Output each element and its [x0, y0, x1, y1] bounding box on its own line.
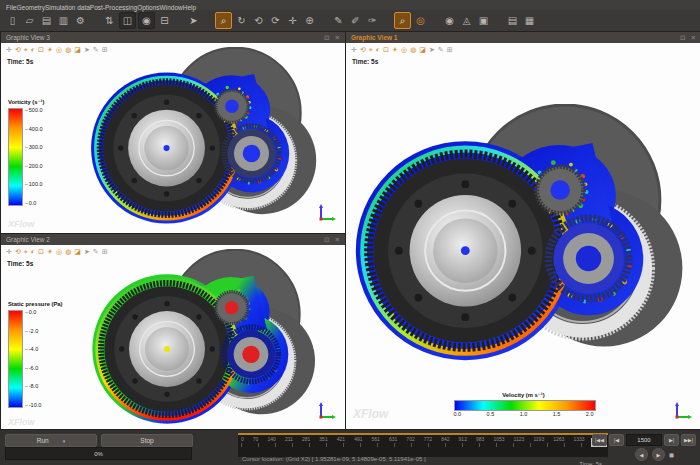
lighting-icon[interactable]: ☀	[47, 46, 53, 54]
last-frame-button[interactable]: ▶▶|	[681, 434, 696, 446]
prev-frame-button[interactable]: |◀	[609, 434, 624, 446]
open-project-icon[interactable]: ▱	[22, 13, 37, 28]
pan-view-icon[interactable]: ✛	[285, 13, 300, 28]
axes-toggle-icon[interactable]: ✛	[6, 46, 12, 54]
menu-item[interactable]: Geometry	[16, 4, 45, 11]
viewport-3d[interactable]: ✛⟲⌖◐⊡☀◎◍◪➤✎⊞ Time: 5s Static pressure (P…	[1, 245, 345, 431]
bounding-box-icon[interactable]: ⊡	[383, 46, 389, 54]
cursor-tool-icon[interactable]: ➤	[84, 46, 90, 54]
stop-playback-button[interactable]: ◼	[669, 451, 674, 458]
snapshot-icon[interactable]: ◬	[459, 13, 474, 28]
field-display-icon[interactable]: ◎	[56, 248, 62, 256]
menu-item[interactable]: Window	[160, 4, 183, 11]
shading-icon[interactable]: ◐	[31, 248, 35, 256]
select-cursor-icon[interactable]: ➤	[186, 13, 201, 28]
axis-triad-icon	[671, 401, 693, 423]
next-frame-button[interactable]: ▶|	[664, 434, 679, 446]
layout-single-icon[interactable]: ▤	[505, 13, 520, 28]
grid-toggle-icon[interactable]: ⊞	[447, 46, 453, 54]
orbit-tool-icon[interactable]: ⟲	[15, 248, 21, 256]
cursor-tool-icon[interactable]: ➤	[84, 248, 90, 256]
lighting-icon[interactable]: ☀	[47, 248, 53, 256]
panel-titlebar[interactable]: Graphic View 3 ⊡ ✕	[1, 32, 345, 43]
project-settings-icon[interactable]: ⚙	[73, 13, 88, 28]
shading-icon[interactable]: ◐	[31, 46, 35, 54]
measure-icon[interactable]: ✎	[331, 13, 346, 28]
new-project-icon[interactable]: ▯	[5, 13, 20, 28]
first-frame-button[interactable]: |◀◀	[592, 434, 607, 446]
orbit-tool-icon[interactable]: ⟲	[360, 46, 366, 54]
rotate-entity-icon[interactable]: ◉	[138, 12, 155, 29]
perspective-icon[interactable]: ⌖	[24, 46, 28, 54]
run-label: Run	[37, 437, 49, 444]
rotate-x-icon[interactable]: ⟲	[251, 13, 266, 28]
legend-title: Static pressure (Pa)	[8, 301, 62, 307]
menu-item[interactable]: Options	[137, 4, 159, 11]
legend-tick: 0.0	[25, 310, 41, 316]
shading-icon[interactable]: ◐	[376, 46, 380, 54]
perspective-icon[interactable]: ⌖	[369, 46, 373, 54]
probe-icon[interactable]: ✑	[365, 13, 380, 28]
pencil-tool-icon[interactable]: ✎	[438, 46, 444, 54]
close-icon[interactable]: ✕	[691, 34, 696, 42]
save-project-icon[interactable]: ▤	[39, 13, 54, 28]
step-forward-button[interactable]: ▶	[652, 448, 665, 461]
pencil-tool-icon[interactable]: ✎	[93, 46, 99, 54]
run-button[interactable]: Run ▾	[5, 434, 97, 447]
frame-number-field[interactable]: 1500	[626, 434, 662, 446]
close-icon[interactable]: ✕	[335, 34, 340, 42]
panel-titlebar[interactable]: Graphic View 1 ⊡ ✕	[346, 32, 700, 43]
close-icon[interactable]: ✕	[335, 236, 340, 244]
move-entity-icon[interactable]: ◫	[119, 12, 136, 29]
pencil-tool-icon[interactable]: ✎	[93, 248, 99, 256]
entities-icon[interactable]: ⇅	[102, 13, 117, 28]
axes-toggle-icon[interactable]: ✛	[6, 248, 12, 256]
cutplane-icon[interactable]: ◪	[74, 46, 81, 54]
menu-item[interactable]: Post-Processing	[90, 4, 137, 11]
viewport-3d[interactable]: ✛⟲⌖◐⊡☀◎◍◪➤✎⊞ Time: 5s Velocity (m s⁻¹) 0…	[346, 43, 700, 431]
bounding-box-icon[interactable]: ⊡	[38, 248, 44, 256]
field-display-icon[interactable]: ◎	[56, 46, 62, 54]
isosurface-icon[interactable]: ◍	[65, 46, 71, 54]
cutplane-icon[interactable]: ◪	[74, 248, 81, 256]
grid-toggle-icon[interactable]: ⊞	[102, 46, 108, 54]
perspective-icon[interactable]: ⌖	[24, 248, 28, 256]
movie-export-icon[interactable]: ▣	[476, 13, 491, 28]
bounding-box-icon[interactable]: ⊡	[38, 46, 44, 54]
orbit-tool-icon[interactable]: ⟲	[15, 46, 21, 54]
stop-button[interactable]: Stop	[101, 434, 193, 447]
isosurface-icon[interactable]: ◍	[410, 46, 416, 54]
annotate-icon[interactable]: ✐	[348, 13, 363, 28]
fit-view-icon[interactable]: ⊕	[302, 13, 317, 28]
orbit-view-icon[interactable]: ⌕	[215, 12, 232, 29]
lighting-icon[interactable]: ☀	[392, 46, 398, 54]
isosurface-icon[interactable]: ◍	[65, 248, 71, 256]
colorbar-legend: Static pressure (Pa) 0.0-2.0-4.0-6.0-8.0…	[8, 301, 62, 408]
step-back-button[interactable]: ◀	[635, 448, 648, 461]
field-display-icon[interactable]: ◎	[401, 46, 407, 54]
legend-tick: -2.0	[25, 329, 41, 335]
float-icon[interactable]: ⊡	[324, 34, 329, 42]
axes-toggle-icon[interactable]: ✛	[351, 46, 357, 54]
menu-item[interactable]: Simulation data	[45, 4, 90, 11]
colorbar	[8, 310, 23, 408]
record-icon[interactable]: ◉	[442, 13, 457, 28]
cutplane-icon[interactable]: ◪	[419, 46, 426, 54]
menu-item[interactable]: Help	[183, 4, 196, 11]
viewport-3d[interactable]: ✛⟲⌖◐⊡☀◎◍◪➤✎⊞ Time: 5s Vorticity (s⁻¹) 50…	[1, 43, 345, 233]
layout-grid-icon[interactable]: ▦	[522, 13, 537, 28]
rotate-view-icon[interactable]: ↻	[234, 13, 249, 28]
float-icon[interactable]: ⊡	[680, 34, 685, 42]
menu-item[interactable]: File	[6, 4, 16, 11]
float-icon[interactable]: ⊡	[324, 236, 329, 244]
measure-tool-icon[interactable]: ⊟	[157, 13, 172, 28]
zoom-region-icon[interactable]: ⌕	[394, 12, 411, 29]
grid-toggle-icon[interactable]: ⊞	[102, 248, 108, 256]
timeline-tick: 983	[476, 436, 484, 442]
timeline-slider[interactable]: 0701402112813514214915616317027728429129…	[238, 433, 608, 457]
rotate-y-icon[interactable]: ⟳	[268, 13, 283, 28]
save-as-icon[interactable]: ▥	[56, 13, 71, 28]
panel-titlebar[interactable]: Graphic View 2 ⊡ ✕	[1, 234, 345, 245]
cursor-tool-icon[interactable]: ➤	[429, 46, 435, 54]
center-target-icon[interactable]: ◎	[413, 13, 428, 28]
